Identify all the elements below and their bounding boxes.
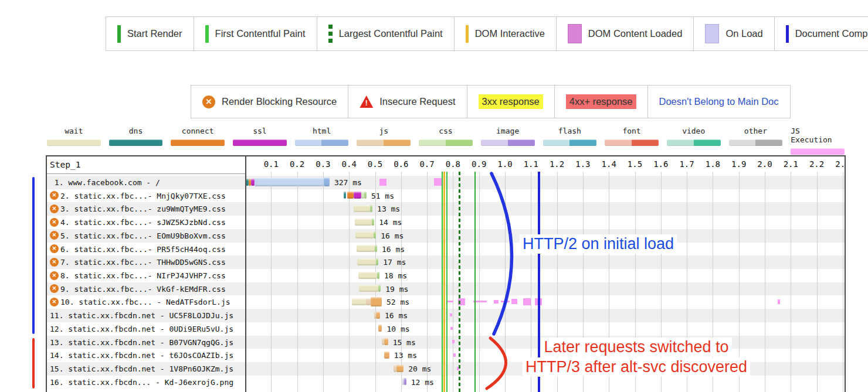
phase-swatch [481,139,535,146]
bar-segment-js2 [384,338,388,345]
bar-segment-js2 [378,325,382,332]
gridline [375,172,376,392]
phase-label: flash [558,127,581,135]
phase-label: css [439,127,452,135]
axis-tick-label: 1.0 [494,159,516,169]
bar-segment-css2 [364,192,367,199]
gridline [453,172,453,392]
axis-tick-label: 0.9 [469,159,490,169]
js-execution-mark [453,353,456,357]
axis-tick-label: 0.2 [287,159,308,169]
render-blocking-icon: ✕ [50,204,59,213]
legend-label: Document Complete [795,28,868,39]
bar-segment-dns [344,192,346,199]
phase-swatch [667,139,721,146]
bar-segment-js1 [366,298,370,305]
bar-segment-ssl [251,179,254,186]
axis-tick-label: 0.7 [416,159,438,169]
dom-interactive-icon [466,25,469,43]
phase-js-execution: JS Execution [791,127,845,155]
legend-label: Largest Contentful Paint [339,28,443,39]
duration-label: 51 ms [371,192,394,200]
bar-segment-wait [357,258,375,265]
phase-connect: connect [171,127,225,155]
request-label: 4. static.xx.fbc...- sJWZ5KJzbNd.css [60,218,226,227]
request-label: 7. static.xx.fbc...- THHwDD5wGNS.css [60,258,226,267]
phase-swatch [357,139,411,146]
legend-3xx-response: 3xx response [467,86,554,118]
legend-label: First Contentful Paint [215,28,306,39]
first-contentful-paint-icon [205,25,209,43]
bar-segment-wait [355,231,374,238]
js-execution-mark [778,299,780,304]
bar-segment-ssl [354,192,361,199]
phase-swatch [47,139,101,146]
axis-tick-label: 2.3 [832,159,846,169]
phase-other: other [729,127,783,155]
bar-segment-css2 [372,219,374,226]
bar-segment-js2 [384,352,389,359]
bar-segment-js2 [396,365,404,372]
request-label: 11. static.xx.fbcdn.net - UC5F8LOJDJu.js [50,311,233,320]
phase-label: connect [182,127,214,135]
phase-js: js [357,127,411,155]
request-label: 10. static.xx.fbc... - NedATFsdorL.js [60,298,230,306]
on-load-icon [705,24,719,43]
bar-segment-html1 [255,178,324,186]
phase-html: html [295,127,349,155]
duration-label: 20 ms [408,364,431,373]
render-blocking-icon: ✕ [50,298,59,306]
bar-segment-css2 [378,285,381,292]
phase-label: dns [129,127,143,135]
render-blocking-icon: ✕ [50,271,59,280]
js-execution-mark [501,301,510,302]
phase-label: video [682,127,705,135]
js-execution-mark [494,300,499,304]
gridline [843,172,843,392]
axis-tick-label: 1.1 [520,159,541,169]
legend-document-complete: Document Complete [774,17,868,50]
axis-tick-label: 1.4 [598,159,619,169]
gridline [817,172,818,392]
gridline [505,172,506,392]
phase-css: css [419,127,473,155]
insecure-request-icon: ! [360,96,373,108]
render-blocking-icon: ✕ [50,191,59,200]
bar-segment-wait [357,245,375,252]
phase-swatch [791,148,845,155]
largest-contentful-paint-icon [328,25,333,43]
largest-contentful-paint-line [459,172,460,392]
request-label: 9. static.xx.fbc...- VkGf-kEMdFR.css [60,285,226,294]
duration-label: 19 ms [385,285,408,294]
duration-label: 15 ms [393,338,416,347]
axis-tick-label: 1.7 [676,159,697,169]
axis-tick-label: 2.2 [806,159,828,169]
duration-label: 10 ms [386,325,409,333]
render-blocking-icon: ✕ [202,96,215,108]
legend-4xx-response: 4xx+ response [554,86,647,118]
phase-label: ssl [253,127,266,135]
request-label: 14. static.xx.fbcdn.net - t6JOsCOAZIb.js [50,351,233,360]
annotation-http3-line1: Later requests switched to [541,338,731,357]
legend-insecure-request: ! Insecure Request [348,86,466,118]
duration-label: 16 ms [381,231,404,240]
legend-start-render: Start Render [106,17,194,50]
request-label: 6. static.xx.fbc...- PR5f5cH44oq.css [60,245,226,254]
duration-label: 16 ms [382,245,405,254]
annotation-http3: Later requests switched to HTTP/3 after … [509,338,764,377]
legend-doesnt-belong-link[interactable]: Doesn't Belong to Main Doc [647,86,790,118]
axis-tick-label: 2.0 [754,159,775,169]
axis-tick-label: 1.9 [728,159,750,169]
request-label: 8. static.xx.fbc...- NIrPJ4JVHP7.css [60,271,226,280]
start-render-icon [117,25,121,43]
4xx-response-badge: 4xx+ response [566,94,636,109]
phase-swatch [419,139,473,146]
phase-label: JS Execution [791,127,845,144]
bar-segment-js2 [371,297,382,306]
marker-legend: Start Render First Contentful Paint Larg… [106,16,868,51]
phase-flash: flash [543,127,597,155]
request-label: 5. static.xx.fbc...- EOmU9bBoXvm.css [60,231,226,240]
phase-swatch [233,139,287,146]
phase-swatch [729,139,783,146]
legend-largest-contentful-paint: Largest Contentful Paint [317,17,454,50]
